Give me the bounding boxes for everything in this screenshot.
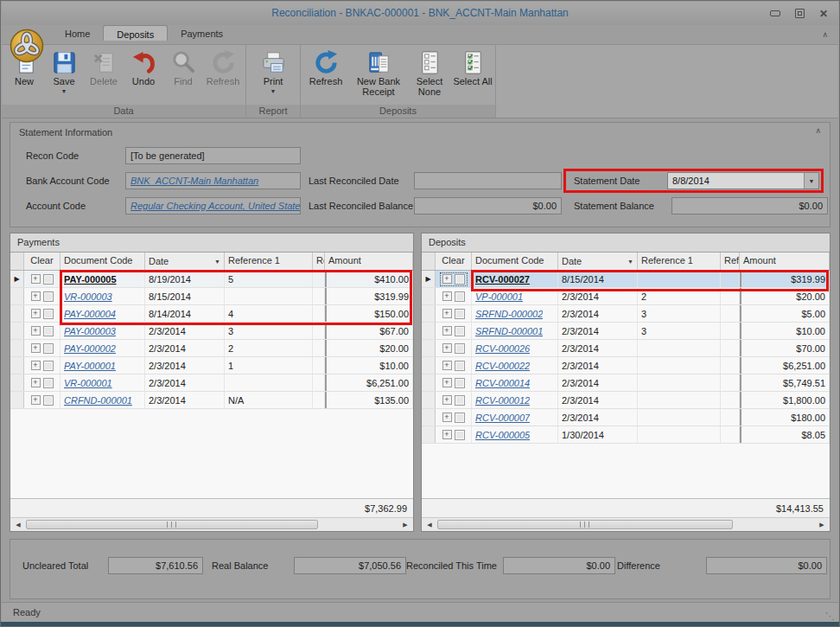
scroll-right-arrow-icon[interactable]: ▶ [816, 519, 828, 530]
expand-icon[interactable]: + [31, 361, 41, 370]
column-header-amount[interactable]: Amount [325, 253, 413, 270]
document-link[interactable]: VP-000001 [475, 291, 523, 302]
clear-checkbox[interactable] [43, 395, 54, 406]
tab-home[interactable]: Home [52, 25, 103, 41]
table-row[interactable]: +VR-0000038/15/2014$319.99 [10, 288, 413, 305]
table-row[interactable]: +VR-0000012/3/2014$6,251.00 [10, 374, 413, 392]
document-link[interactable]: VR-000003 [64, 291, 112, 302]
table-row[interactable]: +CRFND-0000012/3/2014N/A$135.00 [10, 392, 413, 409]
expand-icon[interactable]: + [442, 361, 452, 370]
clear-checkbox[interactable] [455, 378, 465, 388]
table-row[interactable]: +PAY-0000048/14/20144$150.00 [10, 305, 413, 323]
close-button[interactable]: ✕ [816, 7, 831, 20]
statement-date-field[interactable]: 8/8/2014 ▼ [667, 172, 819, 189]
expand-icon[interactable]: + [442, 395, 452, 405]
document-link[interactable]: RCV-000012 [475, 395, 530, 406]
column-header-date[interactable]: Date▼ [145, 253, 225, 270]
column-header-clear[interactable]: Clear [436, 253, 472, 270]
clear-checkbox[interactable] [455, 326, 465, 336]
clear-checkbox[interactable] [455, 343, 465, 354]
column-header-date[interactable]: Date▼ [558, 253, 638, 270]
expand-icon[interactable]: + [442, 430, 452, 439]
expand-icon[interactable]: + [31, 309, 41, 318]
document-link[interactable]: PAY-000004 [64, 309, 116, 319]
expand-icon[interactable]: + [442, 413, 452, 422]
tab-deposits[interactable]: Deposits [103, 25, 168, 41]
table-row[interactable]: +SRFND-0000012/3/20143$10.00 [422, 323, 830, 340]
scrollbar-thumb[interactable] [26, 520, 318, 529]
document-link[interactable]: RCV-000014 [475, 378, 530, 388]
clear-checkbox[interactable] [455, 361, 465, 371]
document-link[interactable]: PAY-000005 [64, 274, 117, 285]
expand-icon[interactable]: + [31, 343, 41, 353]
print-button[interactable]: Print ▼ [249, 48, 297, 94]
expand-icon[interactable]: + [442, 309, 452, 318]
new-bank-receipt-button[interactable]: New Bank Receipt [351, 48, 406, 97]
clear-checkbox[interactable] [455, 291, 465, 302]
expand-icon[interactable]: + [442, 274, 452, 284]
clear-checkbox[interactable] [455, 430, 465, 440]
clear-checkbox[interactable] [455, 309, 465, 319]
restore-button[interactable] [792, 7, 807, 20]
column-header-reference1[interactable]: Reference 1 [225, 253, 313, 270]
column-header-reference2[interactable]: Ref [313, 253, 325, 270]
refresh-deposits-button[interactable]: Refresh [303, 48, 348, 86]
clear-checkbox[interactable] [43, 378, 54, 388]
statement-date-dropdown-button[interactable]: ▼ [804, 173, 818, 189]
recon-code-field[interactable]: [To be generated] [125, 147, 301, 164]
document-link[interactable]: PAY-000003 [64, 326, 116, 336]
statement-balance-field[interactable]: $0.00 [671, 197, 828, 214]
table-row[interactable]: +RCV-0000222/3/2014$6,251.00 [422, 357, 830, 374]
collapse-chevron-icon[interactable]: ∧ [815, 126, 821, 135]
resize-grip-icon[interactable]: ⋱ [825, 611, 835, 620]
document-link[interactable]: PAY-000002 [64, 343, 116, 354]
clear-checkbox[interactable] [43, 343, 54, 354]
clear-checkbox[interactable] [43, 274, 54, 285]
document-link[interactable]: RCV-000027 [475, 274, 530, 285]
expand-icon[interactable]: + [31, 274, 41, 284]
table-row[interactable]: +PAY-0000022/3/20142$20.00 [10, 340, 413, 357]
app-logo-icon[interactable] [9, 28, 45, 64]
bank-account-link[interactable]: BNK_ACCNT-Main Manhattan [130, 176, 258, 186]
deposits-horizontal-scrollbar[interactable]: ◀ ▶ [422, 517, 830, 531]
table-row[interactable]: +PAY-0000032/3/20143$67.00 [10, 323, 413, 340]
print-dropdown-icon[interactable]: ▼ [270, 88, 277, 94]
table-row[interactable]: ▶+RCV-0000278/15/2014$319.99 [422, 271, 830, 288]
clear-checkbox[interactable] [455, 413, 465, 423]
document-link[interactable]: RCV-000007 [475, 413, 530, 423]
save-dropdown-icon[interactable]: ▼ [61, 88, 67, 94]
column-header-reference1[interactable]: Reference 1 [638, 253, 721, 270]
expand-icon[interactable]: + [31, 326, 41, 336]
ribbon-collapse-chevron-icon[interactable]: ∧ [822, 30, 828, 39]
document-link[interactable]: SRFND-000001 [475, 326, 543, 336]
expand-icon[interactable]: + [442, 378, 452, 387]
table-row[interactable]: +RCV-0000072/3/2014$180.00 [422, 409, 830, 426]
expand-icon[interactable]: + [442, 326, 452, 336]
document-link[interactable]: VR-000001 [64, 378, 112, 388]
clear-checkbox[interactable] [455, 395, 465, 406]
clear-checkbox[interactable] [43, 309, 54, 319]
payments-horizontal-scrollbar[interactable]: ◀ ▶ [10, 517, 413, 531]
clear-checkbox[interactable] [455, 274, 465, 285]
scroll-left-arrow-icon[interactable]: ◀ [12, 519, 24, 530]
table-row[interactable]: +SRFND-0000022/3/20143$5.00 [422, 305, 830, 323]
scroll-left-arrow-icon[interactable]: ◀ [423, 519, 436, 530]
scroll-right-arrow-icon[interactable]: ▶ [399, 519, 411, 530]
clear-checkbox[interactable] [43, 326, 54, 336]
column-header-reference2[interactable]: Refer [721, 253, 740, 270]
document-link[interactable]: SRFND-000002 [475, 309, 543, 319]
clear-checkbox[interactable] [43, 291, 54, 302]
last-reconciled-date-field[interactable] [414, 172, 562, 189]
statement-date-value[interactable]: 8/8/2014 [668, 173, 804, 189]
column-header-document-code[interactable]: Document Code [60, 253, 145, 270]
expand-icon[interactable]: + [31, 378, 41, 387]
clear-checkbox[interactable] [43, 361, 54, 371]
scrollbar-thumb[interactable] [437, 520, 733, 529]
document-link[interactable]: PAY-000001 [64, 361, 116, 371]
table-row[interactable]: ▶+PAY-0000058/19/20145$410.00 [10, 271, 413, 288]
document-link[interactable]: RCV-000022 [475, 361, 530, 371]
save-button[interactable]: Save ▼ [44, 48, 84, 94]
undo-button[interactable]: Undo [124, 48, 163, 86]
table-row[interactable]: +RCV-0000262/3/2014$70.00 [422, 340, 830, 357]
column-header-document-code[interactable]: Document Code [472, 253, 558, 270]
